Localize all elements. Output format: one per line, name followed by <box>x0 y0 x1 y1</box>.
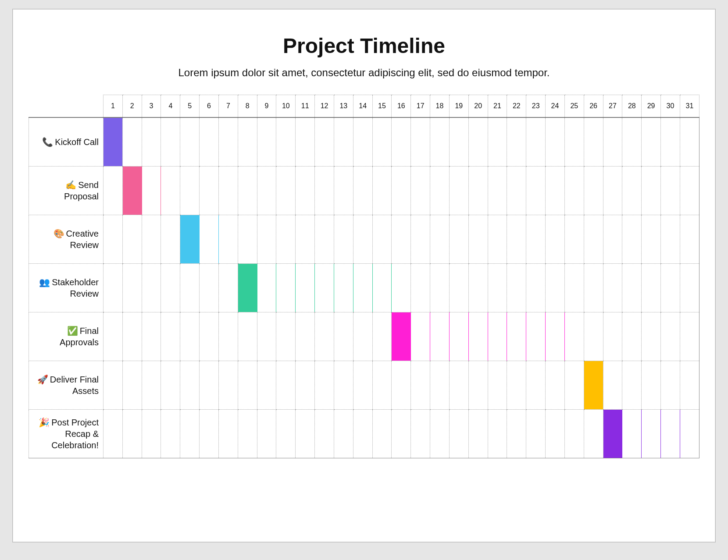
gantt-cell <box>622 361 642 410</box>
gantt-cell <box>315 215 334 264</box>
gantt-cell <box>468 167 488 215</box>
gantt-bar-fill <box>103 118 122 166</box>
gantt-cell <box>603 361 622 410</box>
gantt-cell <box>680 117 699 167</box>
gantt-cell <box>122 312 142 361</box>
task-label-text: Post Project Recap & Celebration! <box>51 418 99 450</box>
gantt-cell <box>680 410 699 458</box>
gantt-cell <box>468 117 488 167</box>
task-label-text: Final Approvals <box>60 326 99 347</box>
gantt-cell <box>180 117 200 167</box>
gantt-cell <box>296 410 315 458</box>
gantt-cell <box>122 167 142 215</box>
day-header: 9 <box>257 95 276 118</box>
gantt-cell <box>642 312 661 361</box>
gantt-cell <box>564 167 584 215</box>
gantt-cell <box>372 117 392 167</box>
gantt-cell <box>449 167 468 215</box>
gantt-cell <box>103 264 123 312</box>
gantt-cell <box>122 264 142 312</box>
gantt-cell <box>200 410 219 458</box>
gantt-cell <box>411 215 430 264</box>
gantt-cell <box>449 215 468 264</box>
gantt-cell <box>411 167 430 215</box>
gantt-cell <box>353 117 372 167</box>
day-header: 11 <box>296 95 315 118</box>
gantt-cell <box>142 361 161 410</box>
gantt-cell <box>200 264 219 312</box>
gantt-cell <box>661 167 680 215</box>
gantt-cell <box>526 361 546 410</box>
day-header: 31 <box>680 95 699 118</box>
gantt-cell <box>200 215 219 264</box>
gantt-cell <box>334 215 353 264</box>
day-header: 16 <box>392 95 411 118</box>
day-header: 5 <box>180 95 200 118</box>
gantt-cell <box>392 117 411 167</box>
gantt-cell <box>546 215 565 264</box>
gantt-cell <box>584 264 603 312</box>
gantt-cell <box>661 264 680 312</box>
gantt-cell <box>546 312 565 361</box>
gantt-cell <box>411 410 430 458</box>
gantt-cell <box>103 361 123 410</box>
task-label-text: Deliver Final Assets <box>50 375 99 396</box>
gantt-cell <box>584 215 603 264</box>
app-stage: Project Timeline Lorem ipsum dolor sit a… <box>0 0 728 560</box>
gantt-cell <box>238 312 257 361</box>
gantt-cell <box>103 410 123 458</box>
gantt-cell <box>507 361 526 410</box>
gantt-cell <box>564 361 584 410</box>
gantt-cell <box>238 117 257 167</box>
gantt-cell <box>180 215 200 264</box>
document-sheet: Project Timeline Lorem ipsum dolor sit a… <box>12 9 716 542</box>
gantt-cell <box>507 264 526 312</box>
task-label: 🚀Deliver Final Assets <box>29 361 103 410</box>
day-header: 30 <box>661 95 680 118</box>
gantt-cell <box>468 264 488 312</box>
gantt-cell <box>315 167 334 215</box>
gantt-cell <box>334 361 353 410</box>
gantt-cell <box>257 410 276 458</box>
gantt-cell <box>680 361 699 410</box>
gantt-cell <box>584 167 603 215</box>
gantt-cell <box>218 361 238 410</box>
gantt-cell <box>103 117 123 167</box>
gantt-bar-fill <box>584 361 603 409</box>
gantt-cell <box>564 117 584 167</box>
gantt-cell <box>642 167 661 215</box>
gantt-cell <box>276 312 296 361</box>
gantt-cell <box>488 117 507 167</box>
gantt-cell <box>218 117 238 167</box>
task-emoji-icon: 🚀 <box>37 375 48 384</box>
gantt-cell <box>546 167 565 215</box>
gantt-row: 📞Kickoff Call <box>29 117 699 167</box>
day-header: 12 <box>315 95 334 118</box>
gantt-cell <box>546 410 565 458</box>
gantt-cell <box>142 410 161 458</box>
gantt-cell <box>372 215 392 264</box>
gantt-cell <box>622 264 642 312</box>
gantt-cell <box>507 410 526 458</box>
gantt-cell <box>468 215 488 264</box>
gantt-cell <box>296 167 315 215</box>
gantt-cell <box>334 117 353 167</box>
gantt-cell <box>449 410 468 458</box>
gantt-cell <box>661 312 680 361</box>
gantt-cell <box>296 117 315 167</box>
gantt-cell <box>564 264 584 312</box>
day-header: 6 <box>200 95 219 118</box>
gantt-cell <box>200 117 219 167</box>
day-header: 22 <box>507 95 526 118</box>
gantt-cell <box>276 361 296 410</box>
gantt-cell <box>353 264 372 312</box>
gantt-row: ✍️Send Proposal <box>29 167 699 215</box>
gantt-cell <box>122 117 142 167</box>
gantt-bar <box>103 118 122 166</box>
gantt-cell <box>449 117 468 167</box>
gantt-cell <box>468 361 488 410</box>
gantt-cell <box>411 117 430 167</box>
gantt-cell <box>642 264 661 312</box>
gantt-bar <box>584 361 603 409</box>
gantt-cell <box>680 167 699 215</box>
